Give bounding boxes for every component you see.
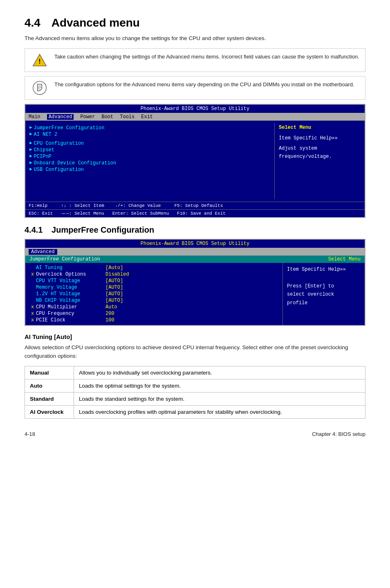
si-value: [AUTO] [105, 291, 123, 297]
bios-content: ► JumperFree Configuration ► AI NET 2 ► … [25, 121, 365, 202]
si-label: CPU Frequency [36, 311, 105, 316]
bios2-list-item: x CPU Multiplier Auto [31, 304, 277, 310]
bios-left-panel: ► JumperFree Configuration ► AI NET 2 ► … [25, 123, 275, 199]
bios-screen-main: Phoenix-Award BIOS CMOS Setup Utility Ma… [25, 104, 365, 218]
bios-footer-f1: F1:Help ↑↓ : Select Item -/+: Change Val… [29, 203, 223, 208]
bios2-sub-header-right: Select Menu [328, 256, 361, 262]
svg-point-2 [33, 81, 46, 94]
sub-section-title: 4.4.1 JumperFree Configuration [25, 225, 365, 235]
bios-menu-power[interactable]: Power [80, 114, 95, 120]
ai-tuning-table: Manual Allows you to individually set ov… [25, 366, 365, 419]
bios2-list-item: AI Tuning [Auto] [31, 265, 277, 271]
bios-title: Phoenix-Award BIOS CMOS Setup Utility [25, 105, 365, 113]
si-value: 200 [105, 311, 114, 316]
si-label: CPU VTT Voltage [36, 278, 105, 284]
bios-menu-main[interactable]: Main [29, 114, 40, 120]
bios-item-usb: ► USB Configuration [29, 166, 270, 173]
si-label: NB CHIP Voltage [36, 298, 105, 303]
x-marker [31, 291, 36, 297]
arrow-icon: ► [29, 154, 32, 159]
x-marker [31, 298, 36, 303]
item-label: PCIPnP [34, 154, 52, 159]
warning-box: ! Take caution when changing the setting… [25, 48, 365, 72]
arrow-icon: ► [29, 160, 32, 165]
bios-menu-tools[interactable]: Tools [120, 114, 134, 120]
arrow-icon: ► [29, 141, 32, 146]
ai-tuning-title: AI Tuning [Auto] [25, 333, 365, 340]
si-label: CPU Multiplier [36, 304, 105, 310]
bios2-content: AI Tuning [Auto] x Overclock Options Dis… [25, 263, 365, 325]
bios-footer2: ESC: Exit →←—: Select Menu Enter: Select… [25, 209, 365, 217]
page-footer: 4-18 Chapter 4: BIOS setup [25, 431, 365, 437]
x-marker: x [31, 311, 36, 316]
bios-menu-bar: Main Advanced Power Boot Tools Exit [25, 113, 365, 121]
bios-right-panel: Select Menu Item Specific Help»» Adjust … [275, 123, 365, 199]
svg-text:!: ! [38, 58, 40, 65]
table-cell-value: Loads the optimal settings for the syste… [74, 379, 365, 392]
footer-page-number: 4-18 [25, 431, 35, 437]
si-label: Memory Voltage [36, 285, 105, 290]
si-value: Disabled [105, 272, 129, 277]
arrow-icon: ► [29, 125, 32, 130]
item-label: AI NET 2 [34, 132, 58, 137]
table-cell-value: Loads the standard settings for the syst… [74, 392, 365, 405]
si-value: Auto [105, 304, 117, 310]
arrow-icon: ► [29, 167, 32, 172]
note-text: The configuration options for the Advanc… [54, 81, 354, 89]
ai-tuning-body: Allows selection of CPU overclocking opt… [25, 343, 365, 360]
bios-help-text: Adjust systemfrequency/voltage. [279, 145, 361, 160]
item-label: CPU Configuration [34, 141, 84, 146]
bios2-sub-header: JumperFree Configuration Select Menu [25, 256, 365, 263]
si-value: 100 [105, 317, 114, 323]
arrow-icon: ► [29, 147, 32, 152]
bios-menu-exit[interactable]: Exit [141, 114, 153, 120]
warning-icon: ! [31, 53, 49, 67]
item-label: USB Configuration [34, 167, 84, 173]
bios-menu-boot[interactable]: Boot [101, 114, 113, 120]
section-title: 4.4 Advanced menu [25, 16, 365, 29]
bios-help-label: Item Specific Help»» [279, 135, 361, 142]
x-marker: x [31, 272, 36, 277]
table-row: AI Overclock Loads overclocking profiles… [25, 405, 365, 418]
item-label: Chipset [34, 147, 54, 153]
bios-footer-esc: ESC: Exit →←—: Select Menu Enter: Select… [29, 211, 226, 216]
note-icon [31, 81, 49, 95]
table-cell-value: Allows you to individually set overclock… [74, 366, 365, 379]
bios2-help: Item Specific Help»»Press [Enter] tosele… [287, 265, 361, 307]
bc-advanced: Advanced [29, 249, 57, 255]
x-marker: x [31, 317, 36, 323]
item-label: Onboard Device Configuration [34, 160, 117, 166]
bios2-right-panel: Item Specific Help»»Press [Enter] tosele… [283, 263, 365, 325]
si-value: [Auto] [105, 265, 123, 271]
si-label: Overclock Options [36, 272, 105, 277]
bios-item-onboard: ► Onboard Device Configuration [29, 160, 270, 166]
bios2-list-item: NB CHIP Voltage [AUTO] [31, 297, 277, 304]
si-label: AI Tuning [36, 265, 105, 271]
si-label: PCIE Clock [36, 317, 105, 323]
table-cell-key: AI Overclock [25, 405, 74, 418]
table-row: Standard Loads the standard settings for… [25, 392, 365, 405]
bios2-list-item: x CPU Frequency 200 [31, 310, 277, 317]
arrow-icon: ► [29, 132, 32, 137]
bios-menu-advanced[interactable]: Advanced [47, 114, 74, 120]
bios2-list-item: 1.2V HT Voltage [AUTO] [31, 291, 277, 297]
bios-item-ainet2: ► AI NET 2 [29, 131, 270, 138]
x-marker [31, 265, 36, 271]
footer-chapter: Chapter 4: BIOS setup [312, 431, 365, 437]
table-row: Auto Loads the optimal settings for the … [25, 379, 365, 392]
note-box: The configuration options for the Advanc… [25, 76, 365, 100]
x-marker: x [31, 304, 36, 310]
table-cell-key: Standard [25, 392, 74, 405]
intro-text: The Advanced menu items allow you to cha… [25, 34, 365, 43]
bios-item-pciinp: ► PCIPnP [29, 153, 270, 160]
table-cell-key: Manual [25, 366, 74, 379]
bios2-list-item: Memory Voltage [AUTO] [31, 284, 277, 291]
si-value: [AUTO] [105, 285, 123, 290]
bios-item-cpu-config: ► CPU Configuration [29, 140, 270, 147]
bios2-list-item: CPU VTT Voltage [AUTO] [31, 278, 277, 284]
bios2-breadcrumb: Advanced [25, 248, 365, 256]
table-cell-key: Auto [25, 379, 74, 392]
bios2-left-panel: AI Tuning [Auto] x Overclock Options Dis… [25, 263, 283, 325]
warning-text: Take caution when changing the settings … [54, 53, 359, 61]
bios-item-chipset: ► Chipset [29, 147, 270, 153]
